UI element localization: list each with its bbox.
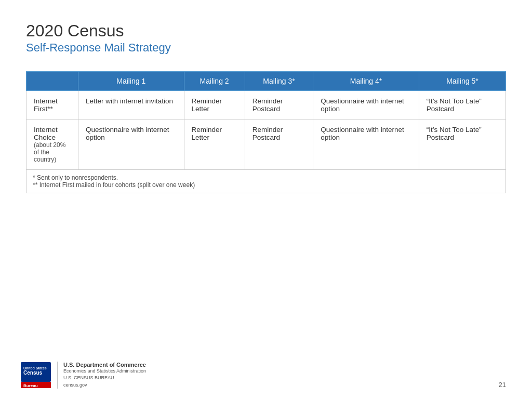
row2-label: Internet Choice (about 20% of the countr… — [26, 119, 78, 169]
page-number: 21 — [499, 381, 506, 389]
header-col1: Mailing 1 — [78, 71, 184, 90]
row2-col4: Questionnaire with internet option — [313, 119, 419, 169]
table-footer: * Sent only to nonrespondents. ** Intern… — [26, 169, 506, 193]
row1-label: Internet First** — [26, 90, 78, 119]
svg-text:Bureau: Bureau — [23, 383, 38, 388]
census-logo: United States Census Bureau U.S. Departm… — [21, 362, 146, 389]
row2-col1: Questionnaire with internet option — [78, 119, 184, 169]
slide: 2020 Census Self-Response Mail Strategy … — [0, 0, 532, 399]
title-block: 2020 Census Self-Response Mail Strategy — [26, 21, 506, 56]
table-row: Internet First** Letter with internet in… — [26, 90, 506, 119]
row2-col2: Reminder Letter — [184, 119, 245, 169]
census-logo-text: U.S. Department of Commerce Economics an… — [57, 362, 146, 389]
strategy-table: Mailing 1 Mailing 2 Mailing 3* Mailing 4… — [26, 71, 506, 193]
main-title: 2020 Census — [26, 21, 506, 41]
row1-col1: Letter with internet invitation — [78, 90, 184, 119]
table-row: Internet Choice (about 20% of the countr… — [26, 119, 506, 169]
svg-text:United States: United States — [23, 366, 47, 370]
row1-col5: “It’s Not Too Late” Postcard — [419, 90, 506, 119]
svg-text:Census: Census — [23, 370, 43, 376]
row1-col4: Questionnaire with internet option — [313, 90, 419, 119]
header-col0 — [26, 71, 78, 90]
footer: United States Census Bureau U.S. Departm… — [0, 362, 532, 389]
header-col5: Mailing 5* — [419, 71, 506, 90]
row1-col3: Reminder Postcard — [245, 90, 313, 119]
table-container: Mailing 1 Mailing 2 Mailing 3* Mailing 4… — [26, 71, 506, 193]
header-col4: Mailing 4* — [313, 71, 419, 90]
table-footer-row: * Sent only to nonrespondents. ** Intern… — [26, 169, 506, 193]
row2-col3: Reminder Postcard — [245, 119, 313, 169]
census-logo-svg: United States Census Bureau — [21, 362, 52, 388]
sub-title: Self-Response Mail Strategy — [26, 41, 506, 56]
header-col3: Mailing 3* — [245, 71, 313, 90]
row2-col5: “It’s Not Too Late” Postcard — [419, 119, 506, 169]
row1-col2: Reminder Letter — [184, 90, 245, 119]
header-col2: Mailing 2 — [184, 71, 245, 90]
